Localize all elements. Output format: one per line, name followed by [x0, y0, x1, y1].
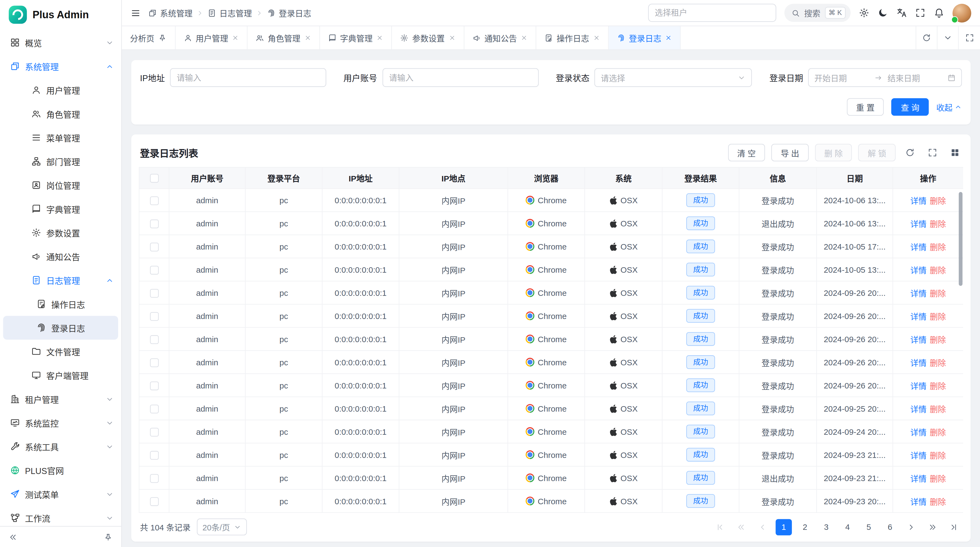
table-row[interactable]: admin pc 0:0:0:0:0:0:0:1 内网IP Chrome OSX…	[139, 188, 963, 212]
delete-button[interactable]: 删 除	[815, 144, 852, 161]
table-row[interactable]: admin pc 0:0:0:0:0:0:0:1 内网IP Chrome OSX…	[139, 281, 963, 304]
delete-link[interactable]: 删除	[930, 333, 946, 345]
close-icon[interactable]	[304, 34, 311, 41]
next-5-pages-button[interactable]	[924, 519, 941, 535]
tab-login-log[interactable]: 登录日志	[608, 26, 681, 49]
user-avatar[interactable]	[953, 3, 971, 22]
det​ail-link[interactable]: 详情	[910, 310, 927, 322]
det​ail-link[interactable]: 详情	[910, 426, 927, 437]
login-date-range[interactable]: 开始日期 结束日期	[808, 68, 962, 87]
tab-dict-management[interactable]: 字典管理	[320, 26, 392, 49]
row-checkbox[interactable]	[150, 451, 158, 459]
delete-link[interactable]: 删除	[930, 356, 946, 368]
tab-role-management[interactable]: 角色管理	[247, 26, 320, 49]
delete-link[interactable]: 删除	[930, 287, 946, 299]
breadcrumb-login-log[interactable]: 登录日志	[267, 7, 311, 19]
close-icon[interactable]	[232, 34, 239, 41]
delete-link[interactable]: 删除	[930, 426, 946, 437]
column-settings-button[interactable]	[947, 144, 963, 161]
tab-op-log[interactable]: 操作日志	[536, 26, 608, 49]
page-size-select[interactable]: 20条/页	[197, 518, 247, 535]
tab-param-settings[interactable]: 参数设置	[392, 26, 464, 49]
delete-link[interactable]: 删除	[930, 194, 946, 206]
refresh-tab-button[interactable]	[916, 26, 937, 49]
tenant-select[interactable]	[648, 4, 776, 22]
page-button-3[interactable]: 3	[818, 519, 834, 535]
det​ail-link[interactable]: 详情	[910, 402, 927, 414]
sidebar-item-file-management[interactable]: 文件管理	[0, 340, 121, 364]
sidebar-item-client-management[interactable]: 客户端管理	[0, 364, 121, 387]
row-checkbox[interactable]	[150, 289, 158, 297]
refresh-table-button[interactable]	[902, 144, 918, 161]
sidebar-item-login-log[interactable]: 登录日志	[3, 316, 118, 340]
det​ail-link[interactable]: 详情	[910, 356, 927, 368]
next-page-button[interactable]	[903, 519, 920, 535]
sidebar-item-system-monitor[interactable]: 系统监控	[0, 411, 121, 434]
close-icon[interactable]	[449, 34, 455, 41]
dark-mode-moon-icon[interactable]	[877, 8, 888, 18]
delete-link[interactable]: 删除	[930, 449, 946, 461]
delete-link[interactable]: 删除	[930, 310, 946, 322]
det​ail-link[interactable]: 详情	[910, 264, 927, 276]
table-scrollbar[interactable]	[959, 192, 963, 286]
sidebar-item-workflow[interactable]: 工作流	[0, 506, 121, 526]
delete-link[interactable]: 删除	[930, 217, 946, 230]
translate-icon[interactable]	[896, 8, 907, 18]
settings-gear-icon[interactable]	[859, 8, 869, 18]
table-row[interactable]: admin pc 0:0:0:0:0:0:0:1 内网IP Chrome OSX…	[139, 443, 963, 466]
first-page-button[interactable]	[712, 519, 728, 535]
sidebar-item-param-settings[interactable]: 参数设置	[0, 221, 121, 244]
row-checkbox[interactable]	[150, 219, 158, 228]
row-checkbox[interactable]	[150, 474, 158, 483]
close-icon[interactable]	[665, 34, 672, 41]
row-checkbox[interactable]	[150, 497, 158, 506]
page-button-1[interactable]: 1	[776, 519, 792, 535]
collapse-filter-link[interactable]: 收起	[936, 101, 962, 113]
sidebar-item-system-tools[interactable]: 系统工具	[0, 435, 121, 458]
table-row[interactable]: admin pc 0:0:0:0:0:0:0:1 内网IP Chrome OSX…	[139, 397, 963, 420]
delete-link[interactable]: 删除	[930, 495, 946, 507]
table-row[interactable]: admin pc 0:0:0:0:0:0:0:1 内网IP Chrome OSX…	[139, 327, 963, 351]
tab-notice[interactable]: 通知公告	[464, 26, 536, 49]
pin-icon[interactable]	[158, 33, 167, 42]
sidebar-item-system-management[interactable]: 系统管理	[0, 54, 121, 78]
det​ail-link[interactable]: 详情	[910, 333, 927, 345]
unlock-button[interactable]: 解 锁	[858, 144, 896, 161]
table-row[interactable]: admin pc 0:0:0:0:0:0:0:1 内网IP Chrome OSX…	[139, 304, 963, 327]
table-row[interactable]: admin pc 0:0:0:0:0:0:0:1 内网IP Chrome OSX…	[139, 258, 963, 281]
sidebar-item-dict-management[interactable]: 字典管理	[0, 197, 121, 221]
tab-menu-button[interactable]	[937, 26, 959, 49]
export-button[interactable]: 导 出	[771, 144, 808, 161]
fullscreen-icon[interactable]	[915, 8, 926, 18]
account-input[interactable]	[382, 68, 538, 87]
det​ail-link[interactable]: 详情	[910, 287, 927, 299]
close-icon[interactable]	[521, 34, 528, 41]
sidebar-item-notice[interactable]: 通知公告	[0, 245, 121, 268]
tab-analysis[interactable]: 分析页	[122, 26, 175, 49]
table-row[interactable]: admin pc 0:0:0:0:0:0:0:1 内网IP Chrome OSX…	[139, 420, 963, 443]
select-all-checkbox[interactable]	[150, 174, 158, 183]
sidebar-item-dept-management[interactable]: 部门管理	[0, 150, 121, 173]
reset-button[interactable]: 重 置	[846, 98, 884, 115]
row-checkbox[interactable]	[150, 405, 158, 413]
delete-link[interactable]: 删除	[930, 264, 946, 276]
det​ail-link[interactable]: 详情	[910, 379, 927, 391]
prev-5-pages-button[interactable]	[733, 519, 749, 535]
sidebar-item-menu-management[interactable]: 菜单管理	[0, 126, 121, 149]
row-checkbox[interactable]	[150, 381, 158, 390]
sidebar-item-post-management[interactable]: 岗位管理	[0, 173, 121, 197]
tab-user-management[interactable]: 用户管理	[175, 26, 247, 49]
close-icon[interactable]	[593, 34, 600, 41]
page-button-2[interactable]: 2	[797, 519, 813, 535]
hamburger-icon[interactable]	[130, 8, 141, 18]
row-checkbox[interactable]	[150, 242, 158, 251]
page-button-4[interactable]: 4	[839, 519, 856, 535]
table-row[interactable]: admin pc 0:0:0:0:0:0:0:1 内网IP Chrome OSX…	[139, 374, 963, 397]
sidebar-item-role-management[interactable]: 角色管理	[0, 102, 121, 126]
delete-link[interactable]: 删除	[930, 472, 946, 484]
det​ail-link[interactable]: 详情	[910, 495, 927, 507]
sidebar-item-op-log[interactable]: 操作日志	[0, 292, 121, 316]
last-page-button[interactable]	[946, 519, 962, 535]
table-row[interactable]: admin pc 0:0:0:0:0:0:0:1 内网IP Chrome OSX…	[139, 212, 963, 235]
sidebar-item-log-management[interactable]: 日志管理	[0, 268, 121, 292]
